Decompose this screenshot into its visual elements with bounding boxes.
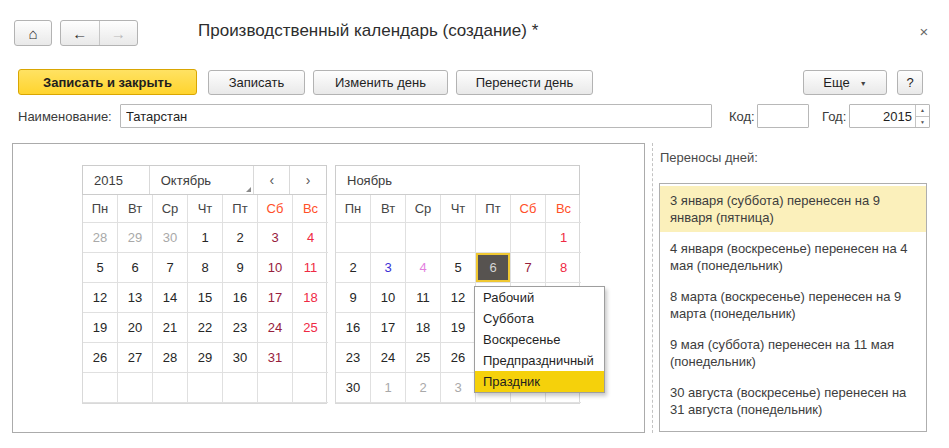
calendar-day[interactable]: 2	[406, 373, 441, 403]
calendar-day[interactable]: 18	[406, 313, 441, 343]
calendar-day[interactable]: 3	[258, 223, 293, 253]
calendar-day[interactable]: 12	[441, 283, 476, 313]
calendar-day[interactable]: 16	[223, 283, 258, 313]
more-button-label: Еще	[823, 75, 849, 90]
calendar-day[interactable]: 11	[406, 283, 441, 313]
calendar-day[interactable]: 26	[83, 343, 118, 373]
forward-arrow-icon: →	[111, 25, 126, 42]
calendar-day[interactable]: 24	[258, 313, 293, 343]
calendar-day[interactable]: 2	[336, 253, 371, 283]
calendar-day[interactable]: 16	[336, 313, 371, 343]
next-month-button[interactable]: ›	[290, 166, 326, 194]
day-type-menu-item[interactable]: Суббота	[475, 308, 604, 329]
calendar-day[interactable]: 3	[441, 373, 476, 403]
calendar-day	[223, 373, 258, 403]
year-input[interactable]	[850, 105, 915, 127]
calendar-day[interactable]: 24	[371, 343, 406, 373]
calendar-day[interactable]: 8	[546, 253, 581, 283]
panel-splitter[interactable]	[652, 143, 653, 433]
help-button[interactable]: ?	[897, 70, 923, 95]
calendar-day	[511, 223, 546, 253]
change-day-button[interactable]: Изменить день	[313, 70, 448, 95]
calendar-day	[153, 373, 188, 403]
calendar-day[interactable]: 20	[118, 313, 153, 343]
name-input[interactable]	[120, 104, 712, 128]
calendar-day[interactable]: 18	[293, 283, 328, 313]
calendar-day[interactable]: 5	[83, 253, 118, 283]
calendar-day[interactable]: 19	[83, 313, 118, 343]
year-spinner-buttons: ▲ ▼	[915, 105, 929, 127]
dow-header: Пн	[336, 195, 371, 223]
calendar-day[interactable]: 17	[371, 313, 406, 343]
calendar-day[interactable]: 2	[223, 223, 258, 253]
more-button[interactable]: Еще ▼	[803, 70, 887, 95]
transfer-item[interactable]: 3 января (суббота) перенесен на 9 января…	[660, 186, 926, 232]
spinner-up-icon[interactable]: ▲	[916, 105, 929, 117]
calendar-day[interactable]: 21	[153, 313, 188, 343]
move-day-button[interactable]: Перенести день	[456, 70, 593, 95]
calendar-day	[476, 223, 511, 253]
day-type-menu-item[interactable]: Воскресенье	[475, 329, 604, 350]
day-type-menu-item[interactable]: Предпраздничный	[475, 350, 604, 371]
calendar-day[interactable]: 13	[118, 283, 153, 313]
calendar-day[interactable]: 8	[188, 253, 223, 283]
calendar-day[interactable]: 7	[511, 253, 546, 283]
calendar-day[interactable]: 28	[153, 343, 188, 373]
transfer-item[interactable]: 9 мая (суббота) перенесен на 11 мая (пон…	[660, 330, 926, 376]
home-button[interactable]: ⌂	[14, 20, 52, 46]
calendar-day[interactable]: 9	[336, 283, 371, 313]
calendar-day[interactable]: 10	[258, 253, 293, 283]
calendar-day[interactable]: 5	[441, 253, 476, 283]
prev-month-button[interactable]: ‹	[254, 166, 290, 194]
calendar-day[interactable]: 1	[546, 223, 581, 253]
calendar-day[interactable]: 28	[83, 223, 118, 253]
calendar-day-selected[interactable]: 6	[476, 253, 511, 283]
calendar-day[interactable]: 23	[223, 313, 258, 343]
dropdown-corner-icon	[246, 187, 251, 192]
calendar-day[interactable]: 30	[223, 343, 258, 373]
calendar-day[interactable]: 31	[258, 343, 293, 373]
calendar-day[interactable]: 1	[371, 373, 406, 403]
transfer-item[interactable]: 8 марта (воскресенье) перенесен на 9 мар…	[660, 282, 926, 328]
calendar-day[interactable]: 4	[293, 223, 328, 253]
calendar-day[interactable]: 29	[118, 223, 153, 253]
spinner-down-icon[interactable]: ▼	[916, 117, 929, 128]
calendar-day[interactable]: 25	[293, 313, 328, 343]
dow-header: Чт	[188, 195, 223, 223]
calendar-day[interactable]: 30	[153, 223, 188, 253]
forward-button[interactable]: →	[100, 21, 138, 45]
transfer-item[interactable]: 4 января (воскресенье) перенесен на 4 ма…	[660, 234, 926, 280]
close-button[interactable]: ×	[912, 19, 936, 43]
calendar-day[interactable]: 19	[441, 313, 476, 343]
calendar-day[interactable]: 1	[188, 223, 223, 253]
calendar-day[interactable]: 9	[223, 253, 258, 283]
calendar-day[interactable]: 14	[153, 283, 188, 313]
calendar-day[interactable]: 17	[258, 283, 293, 313]
calendar-day[interactable]: 7	[153, 253, 188, 283]
calendar-day[interactable]: 4	[406, 253, 441, 283]
day-type-menu-item[interactable]: Праздник	[475, 371, 604, 392]
save-button[interactable]: Записать	[208, 70, 305, 95]
calendar-day[interactable]: 22	[188, 313, 223, 343]
back-button[interactable]: ←	[61, 21, 100, 45]
calendar-day[interactable]: 27	[118, 343, 153, 373]
back-arrow-icon: ←	[72, 25, 87, 42]
code-input[interactable]	[757, 104, 809, 128]
calendar-day[interactable]: 30	[336, 373, 371, 403]
calendar-day[interactable]: 11	[293, 253, 328, 283]
calendar-day[interactable]: 15	[188, 283, 223, 313]
day-type-menu-item[interactable]: Рабочий	[475, 287, 604, 308]
calendar-day	[293, 373, 328, 403]
calendar-day[interactable]: 6	[118, 253, 153, 283]
save-and-close-button[interactable]: Записать и закрыть	[18, 69, 197, 95]
calendar-day[interactable]: 29	[188, 343, 223, 373]
dow-header: Пт	[476, 195, 511, 223]
month-dropdown[interactable]: Октябрь	[150, 166, 255, 194]
calendar-day[interactable]: 3	[371, 253, 406, 283]
calendar-day[interactable]: 26	[441, 343, 476, 373]
calendar-day[interactable]: 12	[83, 283, 118, 313]
calendar-day[interactable]: 23	[336, 343, 371, 373]
calendar-day[interactable]: 10	[371, 283, 406, 313]
transfer-item[interactable]: 30 августа (воскресенье) перенесен на 31…	[660, 378, 926, 424]
calendar-day[interactable]: 25	[406, 343, 441, 373]
